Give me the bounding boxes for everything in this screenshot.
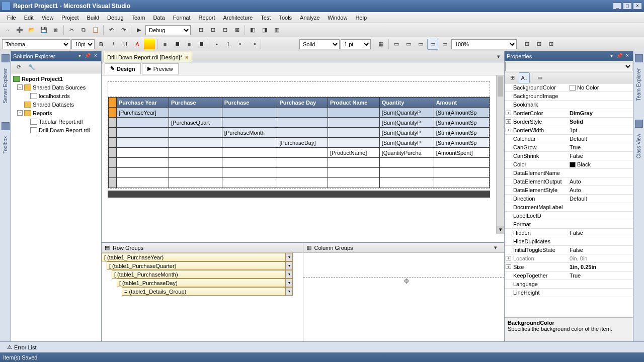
maximize-button[interactable]: □ [623,3,632,10]
expand-toggle[interactable]: + [506,256,511,260]
tablix-cell[interactable] [379,158,434,168]
property-value[interactable] [568,212,633,220]
property-value[interactable]: False [568,152,633,160]
tablix-cell[interactable] [117,158,169,168]
zoom-combo[interactable]: 100% [451,39,517,49]
tab-overflow-button[interactable]: ▾ [493,51,504,62]
tablix-cell[interactable] [328,128,379,138]
tablix-cell[interactable] [169,148,222,158]
tablix-cell[interactable]: [ProductName] [328,148,379,158]
tablix-cell[interactable] [328,108,379,118]
property-value[interactable] [568,237,633,245]
column-header[interactable]: Purchase [169,98,222,108]
layout-btn-7[interactable]: ⊞ [533,39,544,50]
property-value[interactable] [568,289,633,297]
layout-btn-2[interactable]: ▭ [403,39,414,50]
tablix-cell[interactable]: [QuantityPurcha [379,148,434,158]
align-right-button[interactable]: ≡ [184,39,195,50]
splitter-handle[interactable]: ✥ [404,277,410,285]
save-button[interactable]: 💾 [38,25,49,36]
tablix-cell[interactable] [117,128,169,138]
tablix-cell[interactable] [328,158,379,168]
property-row[interactable]: Language [505,280,633,289]
menu-debug[interactable]: Debug [103,14,127,22]
property-row[interactable]: BackgroundColorNo Color [505,83,633,92]
group-dropdown-button[interactable]: ▾ [285,279,292,287]
property-row[interactable]: LabelLocID [505,212,633,220]
panel-close-button[interactable]: × [624,53,631,60]
list-ul-button[interactable]: • [211,39,222,50]
tablix-cell[interactable] [169,178,222,188]
tablix-cell[interactable] [117,178,169,188]
property-value[interactable] [568,203,633,211]
error-list-tab[interactable]: ⚠ Error List [3,343,41,351]
tablix-cell[interactable] [434,168,489,178]
row-group-item[interactable]: [ (table1_PurchaseQuarter)▾ [107,261,293,270]
expand-toggle[interactable]: − [17,84,23,90]
save-all-button[interactable]: 🗎 [50,25,61,36]
minimize-button[interactable]: _ [613,3,622,10]
panel-close-button[interactable]: × [92,53,99,60]
group-dropdown-button[interactable]: ▾ [285,270,292,278]
property-value[interactable]: Black [568,160,633,168]
property-row[interactable]: LineHeight [505,289,633,297]
property-value[interactable]: False [568,246,633,254]
menu-analyze[interactable]: Analyze [296,14,324,22]
property-row[interactable]: HiddenFalse [505,229,633,237]
close-button[interactable]: × [633,3,642,10]
tablix-cell[interactable] [328,178,379,188]
column-header[interactable]: Product Name [328,98,379,108]
tablix-cell[interactable]: [PurchaseDay] [277,138,328,148]
menu-help[interactable]: Help [351,14,371,22]
property-pages-button[interactable]: ▭ [534,72,545,83]
add-item-button[interactable]: ➕ [14,25,25,36]
tablix-cell[interactable] [222,158,277,168]
tb-misc-6[interactable]: ◨ [259,25,270,36]
underline-button[interactable]: U [120,39,131,50]
tablix-cell[interactable] [169,138,222,148]
corner-handle[interactable] [109,98,117,108]
property-value[interactable]: Auto [568,186,633,194]
tablix-cell[interactable] [277,118,328,128]
property-value[interactable]: Default [568,135,633,143]
property-value[interactable] [568,169,633,177]
tablix-cell[interactable] [277,108,328,118]
column-header[interactable]: Purchase Year [117,98,169,108]
align-center-button[interactable]: ≣ [172,39,183,50]
tablix-cell[interactable] [277,158,328,168]
layout-btn-4[interactable]: ▭ [427,39,438,50]
row-handle[interactable] [109,168,117,178]
property-value[interactable]: No Color [568,83,633,92]
tablix-cell[interactable]: [PurchaseYear] [117,108,169,118]
paste-button[interactable]: 📋 [90,25,101,36]
menu-data[interactable]: Data [149,14,169,22]
groups-menu-button[interactable]: ▾ [490,242,501,253]
configuration-combo[interactable]: Debug [145,25,191,35]
menu-view[interactable]: View [38,14,58,22]
row-group-item[interactable]: [ (table1_PurchaseDay)▾ [117,279,293,287]
property-row[interactable]: HideDuplicates [505,237,633,246]
property-row[interactable]: InitialToggleStateFalse [505,246,633,254]
tablix-cell[interactable] [222,108,277,118]
property-row[interactable]: DirectionDefault [505,195,633,203]
property-row[interactable]: DataElementOutputAuto [505,177,633,186]
border-style-combo[interactable]: Solid [299,39,340,49]
tablix-cell[interactable] [222,138,277,148]
scroll-down-button[interactable]: ▾ [497,226,504,234]
properties-button[interactable]: 🔧 [26,62,37,73]
menu-team[interactable]: Team [128,14,149,22]
panel-dropdown-button[interactable]: ▾ [608,53,615,60]
tablix-cell[interactable]: [Sum(AmountSp [434,108,489,118]
tablix-cell[interactable] [222,148,277,158]
tablix-cell[interactable]: [PurchaseMonth [222,128,277,138]
property-value[interactable] [568,280,633,288]
group-dropdown-button[interactable]: ▾ [285,262,292,269]
alphabetical-button[interactable]: A↓ [519,72,530,83]
tablix-cell[interactable] [328,168,379,178]
tree-folder[interactable]: Shared Datasets [33,102,74,108]
class-view-tab[interactable]: Class View [636,134,641,158]
design-surface[interactable]: Purchase YearPurchasePurchasePurchase Da… [102,75,504,242]
property-row[interactable]: KeepTogetherTrue [505,272,633,280]
border-width-combo[interactable]: 1 pt [341,39,371,49]
layout-btn-1[interactable]: ▭ [391,39,402,50]
